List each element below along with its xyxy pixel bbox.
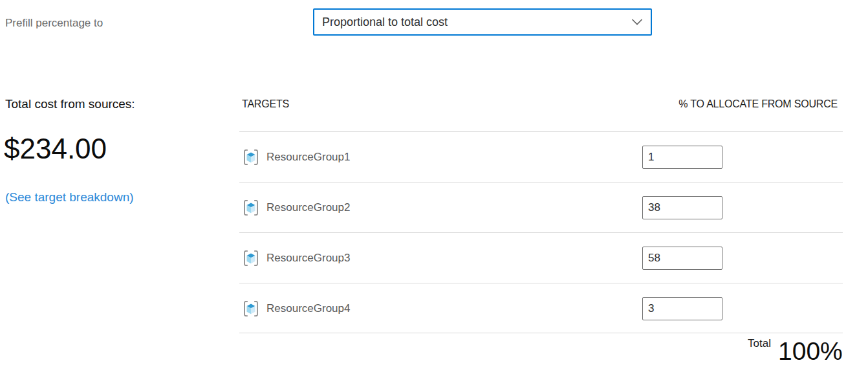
total-label: Total: [748, 337, 771, 350]
percent-allocation-input[interactable]: [642, 146, 722, 169]
total-cost-label: Total cost from sources:: [5, 97, 135, 111]
percent-allocation-input[interactable]: [642, 196, 722, 219]
prefill-method-dropdown[interactable]: Proportional to total cost: [313, 8, 652, 36]
table-row: ResourceGroup2: [239, 182, 843, 232]
chevron-down-icon: [631, 18, 643, 26]
table-row: ResourceGroup3: [239, 232, 843, 283]
resource-group-icon: [243, 198, 259, 217]
target-name: ResourceGroup2: [266, 201, 843, 214]
resource-group-icon: [243, 148, 259, 167]
targets-table: ResourceGroup1 ResourceGroup2 Reso: [239, 131, 843, 333]
target-name: ResourceGroup4: [266, 302, 843, 315]
table-row: ResourceGroup4: [239, 283, 843, 333]
target-name: ResourceGroup1: [266, 151, 843, 164]
percent-allocation-input[interactable]: [642, 297, 722, 320]
prefill-percentage-label: Prefill percentage to: [5, 17, 103, 30]
targets-column-header: TARGETS: [242, 98, 289, 110]
allocation-column-header: % TO ALLOCATE FROM SOURCE: [637, 98, 838, 110]
table-bottom-divider: [239, 333, 843, 333]
resource-group-icon: [243, 299, 259, 318]
cost-allocation-panel: Prefill percentage to Proportional to to…: [0, 0, 868, 376]
target-name: ResourceGroup3: [266, 252, 843, 265]
prefill-method-selected-value: Proportional to total cost: [322, 16, 631, 29]
see-target-breakdown-link[interactable]: (See target breakdown): [5, 190, 134, 205]
total-cost-amount: $234.00: [4, 133, 107, 164]
total-percentage-value: 100%: [778, 338, 843, 364]
resource-group-icon: [243, 249, 259, 268]
table-row: ResourceGroup1: [239, 131, 843, 182]
percent-allocation-input[interactable]: [642, 247, 722, 270]
